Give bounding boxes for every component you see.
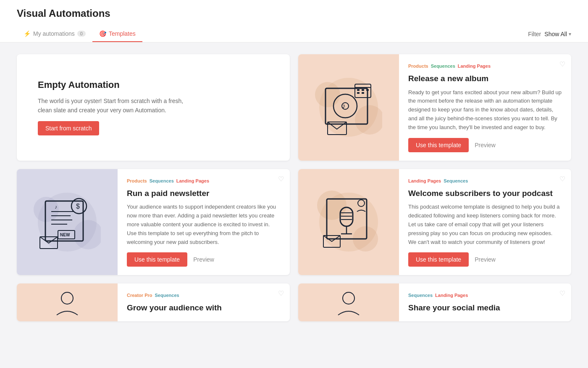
svg-rect-10 <box>362 89 364 91</box>
templates-icon: 🎯 <box>99 30 106 37</box>
tag-landing-pages-social: Landing Pages <box>435 292 468 299</box>
card-tags-social: Sequences Landing Pages <box>408 292 562 299</box>
tab-templates-label: Templates <box>109 30 136 37</box>
show-all-select[interactable]: Show All ▾ <box>544 31 571 37</box>
svg-text:♪: ♪ <box>55 204 57 210</box>
tag-sequences-grow: Sequences <box>155 292 179 299</box>
card-actions-podcast: Use this template Preview <box>408 252 562 267</box>
card-tags-podcast: Landing Pages Sequences <box>408 177 562 184</box>
show-all-label: Show All <box>544 31 567 37</box>
page-title: Visual Automations <box>17 8 571 19</box>
card-image-podcast <box>298 169 399 275</box>
svg-rect-13 <box>362 92 364 94</box>
template-card-release-album: ♪ ♡ Products Sequences <box>298 54 571 161</box>
use-template-button-newsletter[interactable]: Use this template <box>127 252 187 267</box>
chevron-down-icon: ▾ <box>569 31 571 37</box>
template-card-grow-audience: ♡ Creator Pro Sequences Grow your audien… <box>17 283 290 321</box>
svg-rect-11 <box>366 89 369 91</box>
use-template-button-podcast[interactable]: Use this template <box>408 252 469 267</box>
filter-label: Filter <box>528 31 541 37</box>
tag-landing-pages: Landing Pages <box>458 63 491 69</box>
card-title-grow: Grow your audience with <box>127 303 281 313</box>
card-image-grow-audience <box>17 283 118 321</box>
card-content-podcast: ♡ Landing Pages Sequences Welcome subscr… <box>399 169 571 275</box>
tag-sequences-podcast: Sequences <box>444 177 468 184</box>
card-tags-newsletter: Products Sequences Landing Pages <box>127 177 281 184</box>
svg-rect-9 <box>357 89 360 91</box>
preview-button-newsletter[interactable]: Preview <box>193 256 214 263</box>
svg-text:NEW: NEW <box>60 233 70 237</box>
tag-products-newsletter: Products <box>127 177 147 184</box>
empty-automation-card: Empty Automation The world is your oyste… <box>17 54 290 161</box>
automations-badge: 0 <box>77 31 86 37</box>
tag-sequences-newsletter: Sequences <box>150 177 174 184</box>
favorite-icon-podcast[interactable]: ♡ <box>559 175 565 183</box>
template-card-social-media: ♡ Sequences Landing Pages Share your soc… <box>298 283 571 321</box>
card-actions-release-album: Use this template Preview <box>408 138 562 152</box>
tab-templates[interactable]: 🎯 Templates <box>92 26 142 42</box>
card-content-grow-audience: ♡ Creator Pro Sequences Grow your audien… <box>118 283 290 321</box>
svg-text:$: $ <box>76 203 80 210</box>
svg-text:♪: ♪ <box>342 102 346 110</box>
tag-sequences: Sequences <box>431 63 455 69</box>
tag-landing-pages-newsletter: Landing Pages <box>176 177 209 184</box>
card-image-release-album: ♪ <box>298 54 399 161</box>
card-title-social: Share your social media <box>408 303 562 313</box>
favorite-icon-grow[interactable]: ♡ <box>278 289 284 297</box>
card-tags-grow: Creator Pro Sequences <box>127 292 281 299</box>
tab-my-automations-label: My automations <box>33 30 75 37</box>
svg-rect-12 <box>357 92 360 94</box>
card-image-paid-newsletter: ♪ $ NEW <box>17 169 118 275</box>
empty-card-description: The world is your oyster! Start from scr… <box>38 96 197 115</box>
automations-icon: ⚡ <box>24 30 31 37</box>
template-card-paid-newsletter: ♪ $ NEW ♡ Products Sequences Landing Pag <box>17 169 290 275</box>
favorite-icon-social[interactable]: ♡ <box>559 289 565 297</box>
tab-my-automations[interactable]: ⚡ My automations 0 <box>17 26 92 42</box>
preview-button-release-album[interactable]: Preview <box>475 142 496 148</box>
favorite-icon[interactable]: ♡ <box>559 60 565 68</box>
card-content-release-album: ♡ Products Sequences Landing Pages Relea… <box>399 54 571 161</box>
card-image-social-media <box>298 283 399 321</box>
tag-creator-pro: Creator Pro <box>127 292 152 299</box>
svg-point-1 <box>315 82 340 107</box>
template-card-podcast: ♡ Landing Pages Sequences Welcome subscr… <box>298 169 571 275</box>
main-content: Empty Automation The world is your oyste… <box>0 42 588 333</box>
svg-point-42 <box>343 292 354 304</box>
card-content-social-media: ♡ Sequences Landing Pages Share your soc… <box>399 283 571 321</box>
use-template-button-release-album[interactable]: Use this template <box>408 138 469 152</box>
card-desc-release-album: Ready to get your fans excited about you… <box>408 88 562 132</box>
start-from-scratch-button[interactable]: Start from scratch <box>38 121 99 135</box>
card-desc-podcast: This podcast welcome template is designe… <box>408 203 562 246</box>
card-title-release-album: Release a new album <box>408 74 562 84</box>
empty-card-title: Empty Automation <box>38 79 197 90</box>
tab-bar: ⚡ My automations 0 🎯 Templates <box>17 26 142 42</box>
filter-row: Filter Show All ▾ <box>528 31 571 37</box>
svg-point-41 <box>61 292 73 304</box>
card-tags: Products Sequences Landing Pages <box>408 63 562 69</box>
card-content-paid-newsletter: ♡ Products Sequences Landing Pages Run a… <box>118 169 290 275</box>
card-desc-paid-newsletter: Your audience wants to support independe… <box>127 203 281 246</box>
preview-button-podcast[interactable]: Preview <box>475 256 496 263</box>
tag-products: Products <box>408 63 428 69</box>
svg-point-30 <box>317 191 346 220</box>
tag-landing-pages-podcast: Landing Pages <box>408 177 441 184</box>
card-title-paid-newsletter: Run a paid newsletter <box>127 188 281 199</box>
tag-sequences-social: Sequences <box>408 292 433 299</box>
favorite-icon-newsletter[interactable]: ♡ <box>278 175 284 183</box>
card-title-podcast: Welcome subscribers to your podcast <box>408 188 562 199</box>
card-actions-paid-newsletter: Use this template Preview <box>127 252 281 267</box>
